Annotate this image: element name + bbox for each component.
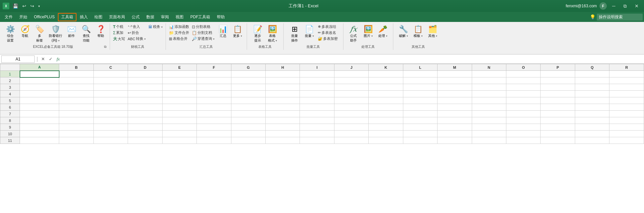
cell-F5[interactable] [197, 97, 231, 104]
row-header-3[interactable]: 3 [0, 84, 20, 91]
cell-M3[interactable] [438, 84, 472, 91]
cell-C2[interactable] [93, 77, 128, 84]
cell-G7[interactable] [231, 111, 265, 117]
cell-L5[interactable] [403, 97, 437, 104]
cell-A10[interactable] [20, 131, 59, 137]
cell-Q9[interactable] [575, 124, 609, 131]
cell-C7[interactable] [93, 111, 128, 117]
col-header-I[interactable]: I [300, 64, 334, 71]
col-header-H[interactable]: H [265, 64, 300, 71]
cell-H8[interactable] [265, 117, 300, 124]
cell-L7[interactable] [403, 111, 437, 117]
cell-Q1[interactable] [575, 71, 609, 77]
cell-Q6[interactable] [575, 104, 609, 111]
cell-M11[interactable] [438, 137, 472, 144]
menu-item-pdf[interactable]: PDF工具箱 [187, 13, 213, 21]
col-header-B[interactable]: B [59, 64, 93, 71]
table-merge-button[interactable]: ⊞ 表格合并 [168, 36, 190, 42]
cell-G1[interactable] [231, 71, 265, 77]
cell-G5[interactable] [231, 97, 265, 104]
cell-A5[interactable] [20, 97, 59, 104]
cell-I6[interactable] [300, 104, 334, 111]
cell-G2[interactable] [231, 77, 265, 84]
cell-O8[interactable] [506, 117, 541, 124]
cell-A3[interactable] [20, 84, 59, 91]
cell-D10[interactable] [128, 131, 162, 137]
tax-affairs-button[interactable]: 🏛 税务 ▾ [147, 24, 164, 30]
other-button[interactable]: 🗂️ 其他 ▾ [426, 24, 440, 39]
cell-R7[interactable] [609, 111, 644, 117]
cell-D3[interactable] [128, 84, 162, 91]
col-header-F[interactable]: F [197, 64, 231, 71]
cell-P8[interactable] [541, 117, 575, 124]
cell-D9[interactable] [128, 124, 162, 131]
menu-item-view[interactable]: 视图 [172, 13, 187, 21]
cell-B3[interactable] [59, 84, 93, 91]
cell-O7[interactable] [506, 111, 541, 117]
cell-K11[interactable] [369, 137, 403, 144]
cell-L6[interactable] [403, 104, 437, 111]
menu-item-officeplus[interactable]: OfficePLUS [31, 13, 58, 21]
cell-H3[interactable] [265, 84, 300, 91]
template-button[interactable]: 📋 模板 ▾ [411, 24, 425, 39]
col-header-Q[interactable]: Q [575, 64, 609, 71]
cell-E2[interactable] [162, 77, 196, 84]
cell-I3[interactable] [300, 84, 334, 91]
table-format-button[interactable]: 🖼️ 表格格式 ▾ [265, 24, 279, 44]
multi-rename-button[interactable]: ✏ 多表改名 [317, 30, 339, 36]
cell-Q5[interactable] [575, 97, 609, 104]
cell-I9[interactable] [300, 124, 334, 131]
cell-R4[interactable] [609, 91, 644, 97]
menu-item-toolbox[interactable]: 工具箱 [58, 13, 76, 21]
col-header-A[interactable]: A [20, 64, 59, 71]
cell-D11[interactable] [128, 137, 162, 144]
cell-O10[interactable] [506, 131, 541, 137]
cell-E9[interactable] [162, 124, 196, 131]
cell-N9[interactable] [472, 124, 506, 131]
cell-P2[interactable] [541, 77, 575, 84]
cell-C6[interactable] [93, 104, 128, 111]
cell-L11[interactable] [403, 137, 437, 144]
cell-M8[interactable] [438, 117, 472, 124]
cell-F2[interactable] [197, 77, 231, 84]
col-header-C[interactable]: C [93, 64, 128, 71]
cell-H5[interactable] [265, 97, 300, 104]
restore-button[interactable]: ⧉ [621, 3, 629, 10]
add-function-button[interactable]: 📊 添加函数 [168, 24, 190, 30]
navigation-button[interactable]: 🧭 导航 [18, 24, 32, 39]
row-header-4[interactable]: 4 [0, 91, 20, 97]
mail-button[interactable]: ✉️ 邮件 [64, 24, 78, 39]
cell-I5[interactable] [300, 97, 334, 104]
cell-J2[interactable] [334, 77, 368, 84]
save-button[interactable]: 💾 [11, 3, 20, 9]
cell-B5[interactable] [59, 97, 93, 104]
cell-F11[interactable] [197, 137, 231, 144]
cell-N8[interactable] [472, 117, 506, 124]
cell-G8[interactable] [231, 117, 265, 124]
cell-J5[interactable] [334, 97, 368, 104]
col-header-M[interactable]: M [438, 64, 472, 71]
cell-O11[interactable] [506, 137, 541, 144]
cell-F9[interactable] [197, 124, 231, 131]
menu-item-file[interactable]: 文件 [1, 13, 16, 21]
cell-D8[interactable] [128, 117, 162, 124]
cell-R2[interactable] [609, 77, 644, 84]
menu-item-data[interactable]: 数据 [143, 13, 158, 21]
cell-L4[interactable] [403, 91, 437, 97]
cell-E5[interactable] [162, 97, 196, 104]
cell-F7[interactable] [197, 111, 231, 117]
more-button[interactable]: 📋 更多 ▾ [231, 24, 245, 39]
cell-J6[interactable] [334, 104, 368, 111]
cell-H2[interactable] [265, 77, 300, 84]
multi-freeze-button[interactable]: ❄ 多表冻结 [317, 24, 339, 30]
file-merge-button[interactable]: 📁 文件合并 [168, 30, 190, 36]
cell-A6[interactable] [20, 104, 59, 111]
row-header-8[interactable]: 8 [0, 117, 20, 124]
cell-F6[interactable] [197, 104, 231, 111]
col-header-R[interactable]: R [609, 64, 644, 71]
cell-Q2[interactable] [575, 77, 609, 84]
cell-B11[interactable] [59, 137, 93, 144]
cell-N7[interactable] [472, 111, 506, 117]
name-box[interactable] [1, 55, 35, 63]
split-doc-button[interactable]: 📋 分割文档 [191, 30, 215, 36]
